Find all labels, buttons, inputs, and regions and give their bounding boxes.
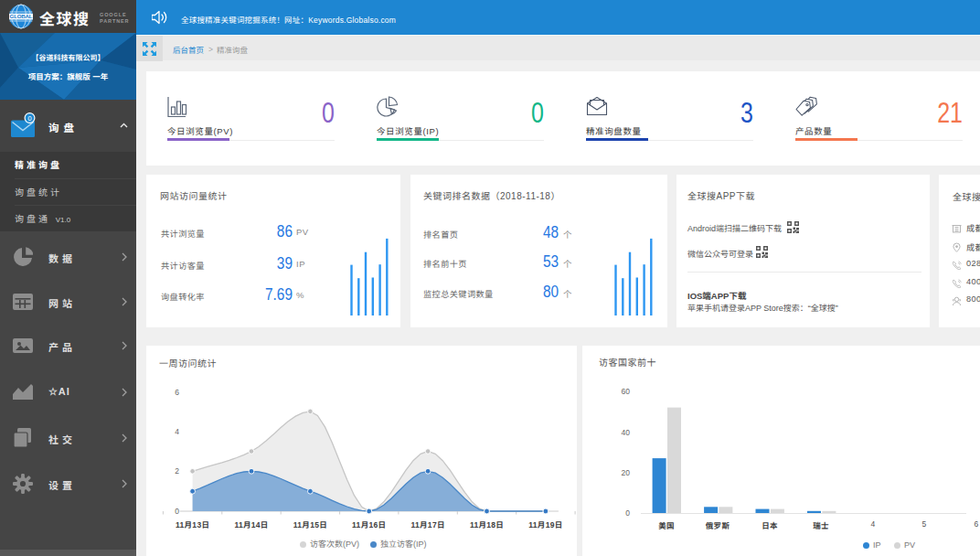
svg-text:GLOBAL: GLOBAL xyxy=(10,13,33,19)
svg-text:0: 0 xyxy=(27,114,31,123)
